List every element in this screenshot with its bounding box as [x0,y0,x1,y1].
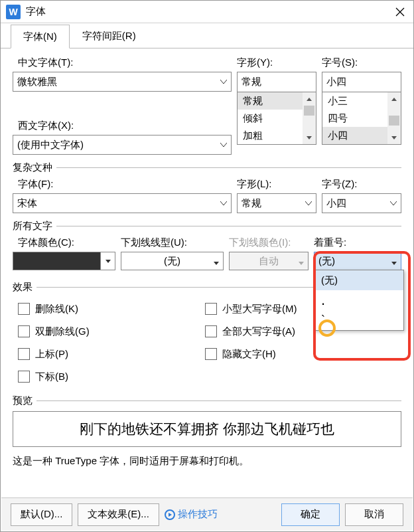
emphasis-option-none[interactable]: (无) [314,270,403,290]
underline-combo[interactable]: (无) [121,252,224,270]
underline-color-value: 自动 [259,255,279,268]
all-text-legend: 所有文字 [13,220,56,232]
scrollbar[interactable] [303,92,316,144]
complex-size-combo[interactable]: 小四 [322,193,401,213]
scroll-down-icon[interactable] [303,131,316,144]
checkbox-icon [18,325,30,337]
chevron-down-icon [391,256,397,267]
complex-legend: 复杂文种 [13,161,56,174]
style-option[interactable]: 加粗 [238,127,303,144]
emphasis-label: 着重号: [314,236,401,249]
play-icon [165,509,175,520]
chevron-down-icon [220,201,227,205]
chinese-font-label: 中文字体(T): [13,56,232,69]
preview-legend: 预览 [13,395,36,407]
emphasis-value: (无) [318,255,335,268]
scroll-up-icon[interactable] [303,92,316,106]
emphasis-option-dot[interactable]: . [314,290,403,310]
style-listbox[interactable]: 常规 倾斜 加粗 [237,92,316,145]
effects-legend: 效果 [13,281,36,294]
default-button[interactable]: 默认(D)... [11,503,72,526]
complex-font-combo[interactable]: 宋体 [13,193,232,213]
color-swatch [13,252,100,270]
divider [56,226,401,226]
cancel-button[interactable]: 取消 [345,503,403,526]
checkbox-icon [18,303,30,315]
style-option[interactable]: 常规 [238,92,303,110]
checkbox-hidden[interactable]: 隐藏文字(H) [205,343,401,365]
chevron-down-icon [390,201,397,205]
scroll-down-icon[interactable] [387,131,401,144]
preview-box: 刚下的地铁还不算拥挤 你那边飞机碰巧也 [13,411,401,447]
ok-button[interactable]: 确定 [281,503,340,526]
scrollbar[interactable] [387,92,401,144]
size-option[interactable]: 小三 [322,92,387,110]
scroll-up-icon[interactable] [387,92,401,106]
chevron-down-icon [299,256,304,267]
emphasis-option-tick[interactable]: ` [314,310,403,330]
underline-label: 下划线线型(U): [121,236,224,249]
checkbox-icon [18,371,30,383]
style-value: 常规 [242,76,312,88]
checkbox-superscript[interactable]: 上标(P) [18,343,205,365]
complex-style-label: 字形(L): [237,178,316,191]
style-option[interactable]: 倾斜 [238,110,303,127]
checkbox-icon [205,303,217,315]
close-icon [395,7,405,17]
text-effects-button[interactable]: 文本效果(E)... [78,503,159,526]
style-input[interactable]: 常规 [237,72,316,92]
tips-link[interactable]: 操作技巧 [165,508,218,521]
divider [36,400,401,401]
tabbar: 字体(N) 字符间距(R) [1,23,413,48]
emphasis-dropdown-list[interactable]: (无) . ` [314,270,404,331]
chinese-font-combo[interactable]: 微软雅黑 [13,72,232,92]
size-label: 字号(S): [322,56,401,69]
size-value: 小四 [326,76,397,88]
font-color-label: 字体颜色(C): [13,236,115,249]
checkbox-strike[interactable]: 删除线(K) [18,298,205,320]
font-note: 这是一种 TrueType 字体，同时适用于屏幕和打印机。 [13,452,401,476]
tab-font[interactable]: 字体(N) [11,25,70,48]
underline-color-combo: 自动 [229,252,309,270]
titlebar: W 字体 [1,1,413,23]
emphasis-combo[interactable]: (无) [314,252,401,270]
western-font-label: 西文字体(X): [13,120,232,132]
western-font-value: (使用中文字体) [17,139,218,151]
chevron-down-icon [305,201,312,205]
complex-style-combo[interactable]: 常规 [237,193,316,213]
complex-size-value: 小四 [326,197,387,210]
checkbox-icon [205,325,217,337]
app-icon: W [6,5,21,19]
checkbox-icon [205,348,217,360]
chevron-down-icon [220,143,227,147]
divider [56,167,401,168]
style-label: 字形(Y): [237,56,316,69]
size-input[interactable]: 小四 [322,72,401,92]
chevron-down-icon [220,80,227,84]
preview-text: 刚下的地铁还不算拥挤 你那边飞机碰巧也 [80,420,334,438]
size-option[interactable]: 小四 [322,127,387,144]
complex-style-value: 常规 [242,197,303,210]
size-option[interactable]: 四号 [322,110,387,127]
complex-font-value: 宋体 [17,197,218,210]
chevron-down-icon [214,256,219,267]
footer: 默认(D)... 文本效果(E)... 操作技巧 确定 取消 [1,497,413,531]
tab-spacing[interactable]: 字符间距(R) [70,24,149,48]
chevron-down-icon [100,252,115,270]
checkbox-double-strike[interactable]: 双删除线(G) [18,320,205,343]
checkbox-subscript[interactable]: 下标(B) [18,365,205,388]
close-button[interactable] [387,1,413,23]
size-listbox[interactable]: 小三 四号 小四 [322,92,401,145]
window-title: 字体 [26,5,387,18]
complex-size-label: 字号(Z): [322,178,401,191]
western-font-combo[interactable]: (使用中文字体) [13,135,232,155]
underline-color-label: 下划线颜色(I): [229,236,309,249]
complex-font-label: 字体(F): [13,178,232,191]
chinese-font-value: 微软雅黑 [17,76,218,88]
underline-value: (无) [164,255,180,268]
font-color-combo[interactable] [13,252,115,270]
checkbox-icon [18,348,30,360]
